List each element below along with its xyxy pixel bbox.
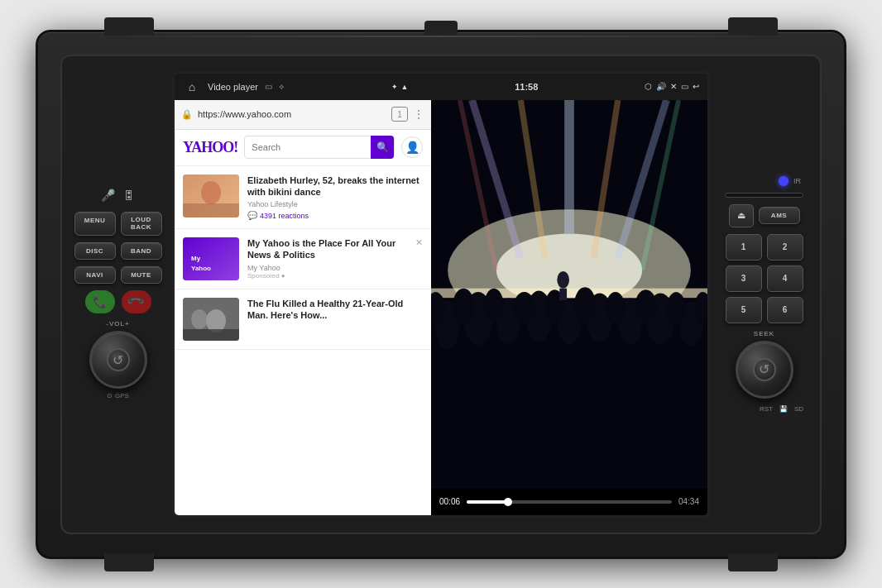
seek-knob[interactable]: ↺ [736,341,793,399]
search-input[interactable] [252,142,371,152]
gps-label: ⊙ GPS [107,392,129,399]
preset-button-3[interactable]: 3 [726,265,762,292]
yahoo-header: YAHOO! 🔍 👤 [175,130,431,166]
svg-point-38 [635,289,656,323]
knob-arrow-icon: ↺ [113,352,123,368]
indicator-row: IR [779,176,801,186]
screen-content: 🔒 https://www.yahoo.com 1 ⋮ YAHOO! 🔍 [175,100,707,515]
sponsored-dot-icon: ● [281,272,285,280]
volume-knob[interactable]: ↺ [89,331,147,389]
disc-band-row: DISC BAND [74,242,162,260]
user-profile-icon[interactable]: 👤 [401,136,423,158]
bracket-top-center [424,21,458,36]
svg-point-1 [201,181,221,204]
news-content-3: The Flu Killed a Healthy 21-Year-Old Man… [247,298,423,324]
address-bar: 🔒 https://www.yahoo.com 1 ⋮ [175,100,431,130]
concert-lights [431,100,707,489]
bracket-top-right [728,17,778,36]
preset-buttons-grid: 1 2 3 4 5 6 [726,234,803,323]
search-submit-button[interactable]: 🔍 [371,136,394,159]
svg-rect-42 [559,288,567,300]
news-source-1: Yahoo Lifestyle [247,200,423,208]
mute-button[interactable]: MUTE [121,266,162,284]
status-bar-right: ⬡ 🔊 ✕ ▭ ↩ [645,82,699,91]
dismiss-ad-button[interactable]: ✕ [415,237,423,248]
preset-button-5[interactable]: 5 [726,297,762,323]
wifi-icon: ⟡ [279,82,285,92]
ams-button[interactable]: AMS [759,207,800,224]
answer-phone-button[interactable]: 📞 [85,290,115,313]
navi-button[interactable]: NAVI [74,266,116,284]
head-unit: 🎤 🎛 MENU LOUD BACK DISC BAND NAVI MUTE 📞 [36,30,846,559]
video-progress-bar[interactable] [467,500,672,504]
reaction-icon: 💬 [247,211,257,220]
lock-icon: 🔒 [181,109,193,120]
video-frame[interactable] [431,100,707,489]
navi-mute-row: NAVI MUTE [74,266,162,284]
ir-label: IR [793,177,801,185]
news-content-2: My Yahoo is the Place For All Your News … [247,237,407,280]
video-progress-fill [467,500,508,504]
wifi-signal-icon: ▲ [401,83,409,91]
camera-icon: ⬡ [645,82,652,91]
preset-button-6[interactable]: 6 [767,297,803,323]
eject-icon: ⏏ [737,210,745,221]
news-content-1: Elizabeth Hurley, 52, breaks the interne… [247,174,423,221]
video-controls: 00:06 04:34 [431,489,707,515]
tab-count[interactable]: 1 [391,107,408,122]
hangup-phone-button[interactable]: 📞 [122,290,151,313]
search-box: 🔍 [244,136,395,159]
power-indicator-light [779,176,789,186]
svg-text:My: My [191,255,201,262]
sd-icon: 💾 [779,405,788,413]
eject-ams-row: ⏏ AMS [729,204,800,227]
news-title-2: My Yahoo is the Place For All Your News … [247,237,407,261]
news-item-3[interactable]: The Flu Killed a Healthy 21-Year-Old Man… [175,289,431,350]
search-icon: 🔍 [376,141,389,153]
news-title-1: Elizabeth Hurley, 52, breaks the interne… [247,174,423,198]
cd-slot [725,193,803,198]
phone-buttons-row: 📞 📞 [85,290,151,313]
audio-settings-icon: 🎛 [123,189,135,202]
news-thumbnail-2: My Yahoo [183,237,239,280]
close-icon: ✕ [670,82,677,91]
bluetooth-icon: ✦ [391,83,398,91]
gps-icon: ⊙ [107,392,113,399]
home-button[interactable]: ⌂ [183,78,201,96]
disc-button[interactable]: DISC [74,242,116,260]
reaction-count: 4391 reactions [260,212,309,220]
svg-point-7 [191,309,208,329]
news-thumbnail-1 [183,174,239,218]
rst-sd-row: RST 💾 SD [760,405,803,413]
band-button[interactable]: BAND [121,242,162,260]
hangup-phone-icon: 📞 [127,293,146,312]
seek-knob-arrow-icon: ↺ [759,361,769,377]
menu-button[interactable]: MENU [74,212,116,237]
news-item[interactable]: Elizabeth Hurley, 52, breaks the interne… [175,166,431,230]
browser-menu-button[interactable]: ⋮ [413,108,424,121]
eject-button[interactable]: ⏏ [729,204,754,227]
svg-rect-9 [183,329,239,341]
sponsored-tag: Sponsored ● [247,272,407,280]
video-time-current: 00:06 [439,497,460,506]
seek-label: SEEK [754,330,774,337]
inner-panel: 🎤 🎛 MENU LOUD BACK DISC BAND NAVI MUTE 📞 [60,55,822,534]
svg-rect-2 [183,203,239,218]
preset-button-2[interactable]: 2 [767,234,803,261]
loudback-button[interactable]: LOUD BACK [121,212,162,237]
app-title: Video player [208,82,258,92]
svg-point-8 [206,309,226,332]
cast-icon: ▭ [265,82,272,91]
preset-button-1[interactable]: 1 [726,234,762,261]
news-item-sponsored[interactable]: My Yahoo My Yahoo is the Place For All Y… [175,229,431,289]
news-source-2: My Yahoo [247,264,407,272]
svg-point-37 [606,292,626,323]
menu-loudback-row: MENU LOUD BACK [74,212,162,237]
seek-control: SEEK ↺ [736,330,793,399]
preset-button-4[interactable]: 4 [767,265,803,292]
right-controls: IR ⏏ AMS 1 2 3 4 5 6 SEEK [717,168,812,421]
svg-point-39 [667,292,687,326]
video-time-total: 04:34 [678,497,699,506]
profile-icon: 👤 [405,141,419,154]
svg-point-41 [557,271,569,289]
